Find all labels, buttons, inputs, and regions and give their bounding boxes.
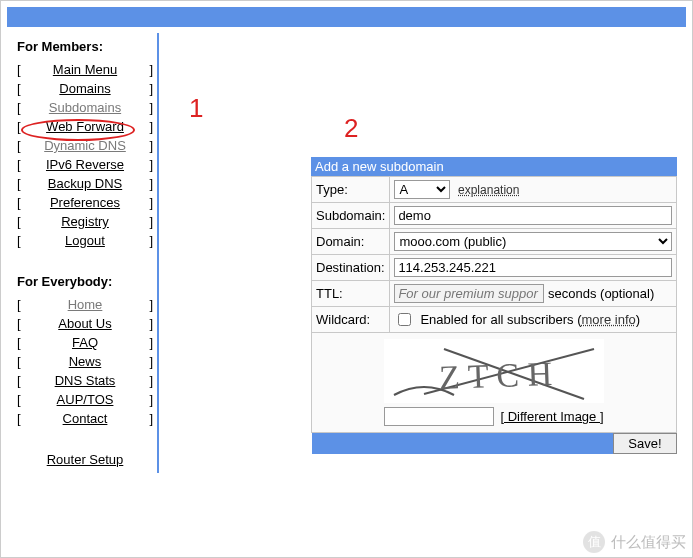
domain-select[interactable]: mooo.com (public) <box>394 232 672 251</box>
wildcard-text: Enabled for all subscribers (more info) <box>420 312 640 327</box>
members-menu: [Main Menu] [Domains] [Subdomains] [Web … <box>11 60 153 250</box>
sidebar-item-preferences[interactable]: [Preferences] <box>17 193 153 212</box>
link-preferences[interactable]: Preferences <box>25 195 146 210</box>
type-label: Type: <box>312 177 390 203</box>
sidebar-item-backup-dns[interactable]: [Backup DNS] <box>17 174 153 193</box>
sidebar-item-aup-tos[interactable]: [AUP/TOS] <box>17 390 153 409</box>
link-ipv6-reverse[interactable]: IPv6 Reverse <box>25 157 146 172</box>
add-subdomain-panel: Add a new subdomain Type: A explanation … <box>311 157 677 454</box>
watermark: 值 什么值得买 <box>583 531 686 553</box>
sidebar-item-home[interactable]: [Home] <box>17 295 153 314</box>
captcha-text: Z T C H <box>439 355 553 396</box>
captcha-svg-icon: Z T C H <box>384 339 604 403</box>
link-registry[interactable]: Registry <box>25 214 146 229</box>
link-faq[interactable]: FAQ <box>25 335 146 350</box>
watermark-text: 什么值得买 <box>611 533 686 552</box>
captcha-cell: Z T C H [ Different Image ] <box>312 333 677 433</box>
form-table: Type: A explanation Subdomain: Do <box>311 176 677 454</box>
explanation-link[interactable]: explanation <box>458 183 519 197</box>
wildcard-checkbox[interactable] <box>398 313 411 326</box>
subdomain-input[interactable] <box>394 206 672 225</box>
router-setup-link[interactable]: Router Setup <box>11 446 153 473</box>
panel-title: Add a new subdomain <box>311 157 677 176</box>
sidebar-item-dynamic-dns[interactable]: [Dynamic DNS] <box>17 136 153 155</box>
sidebar-item-news[interactable]: [News] <box>17 352 153 371</box>
body-row: For Members: [Main Menu] [Domains] [Subd… <box>1 33 692 473</box>
link-subdomains[interactable]: Subdomains <box>25 100 146 115</box>
sidebar-item-subdomains[interactable]: [Subdomains] <box>17 98 153 117</box>
link-dns-stats[interactable]: DNS Stats <box>25 373 146 388</box>
destination-input[interactable] <box>394 258 672 277</box>
save-button[interactable]: Save! <box>613 433 676 454</box>
link-dynamic-dns[interactable]: Dynamic DNS <box>25 138 146 153</box>
link-news[interactable]: News <box>25 354 146 369</box>
ttl-input <box>394 284 544 303</box>
sidebar-item-about-us[interactable]: [About Us] <box>17 314 153 333</box>
subdomain-label: Subdomain: <box>312 203 390 229</box>
type-select[interactable]: A <box>394 180 450 199</box>
annotation-1: 1 <box>189 93 203 124</box>
sidebar-item-web-forward[interactable]: [Web Forward] <box>17 117 153 136</box>
top-bar <box>7 7 686 29</box>
link-logout[interactable]: Logout <box>25 233 146 248</box>
destination-label: Destination: <box>312 255 390 281</box>
more-info-link[interactable]: more info <box>582 312 636 327</box>
domain-label: Domain: <box>312 229 390 255</box>
sidebar-item-contact[interactable]: [Contact] <box>17 409 153 428</box>
page-root: For Members: [Main Menu] [Domains] [Subd… <box>0 0 693 558</box>
sidebar-item-registry[interactable]: [Registry] <box>17 212 153 231</box>
ttl-suffix: seconds (optional) <box>548 286 654 301</box>
captcha-input[interactable] <box>384 407 494 426</box>
different-image-link[interactable]: [ Different Image ] <box>500 409 603 424</box>
wildcard-label: Wildcard: <box>312 307 390 333</box>
sidebar-item-faq[interactable]: [FAQ] <box>17 333 153 352</box>
link-main-menu[interactable]: Main Menu <box>25 62 146 77</box>
members-heading: For Members: <box>11 33 153 60</box>
sidebar-item-dns-stats[interactable]: [DNS Stats] <box>17 371 153 390</box>
link-domains[interactable]: Domains <box>25 81 146 96</box>
annotation-2: 2 <box>344 113 358 144</box>
sidebar-item-ipv6-reverse[interactable]: [IPv6 Reverse] <box>17 155 153 174</box>
link-web-forward[interactable]: Web Forward <box>25 119 146 134</box>
sidebar-item-logout[interactable]: [Logout] <box>17 231 153 250</box>
sidebar-item-main-menu[interactable]: [Main Menu] <box>17 60 153 79</box>
link-contact[interactable]: Contact <box>25 411 146 426</box>
link-about-us[interactable]: About Us <box>25 316 146 331</box>
everybody-menu: [Home] [About Us] [FAQ] [News] [DNS Stat… <box>11 295 153 428</box>
watermark-logo-icon: 值 <box>583 531 605 553</box>
link-backup-dns[interactable]: Backup DNS <box>25 176 146 191</box>
ttl-label: TTL: <box>312 281 390 307</box>
link-aup-tos[interactable]: AUP/TOS <box>25 392 146 407</box>
link-home[interactable]: Home <box>25 297 146 312</box>
everybody-heading: For Everybody: <box>11 268 153 295</box>
captcha-image: Z T C H <box>384 339 604 403</box>
sidebar: For Members: [Main Menu] [Domains] [Subd… <box>11 33 159 473</box>
main-area: 1 2 Add a new subdomain Type: A explanat… <box>159 33 692 473</box>
sidebar-item-domains[interactable]: [Domains] <box>17 79 153 98</box>
